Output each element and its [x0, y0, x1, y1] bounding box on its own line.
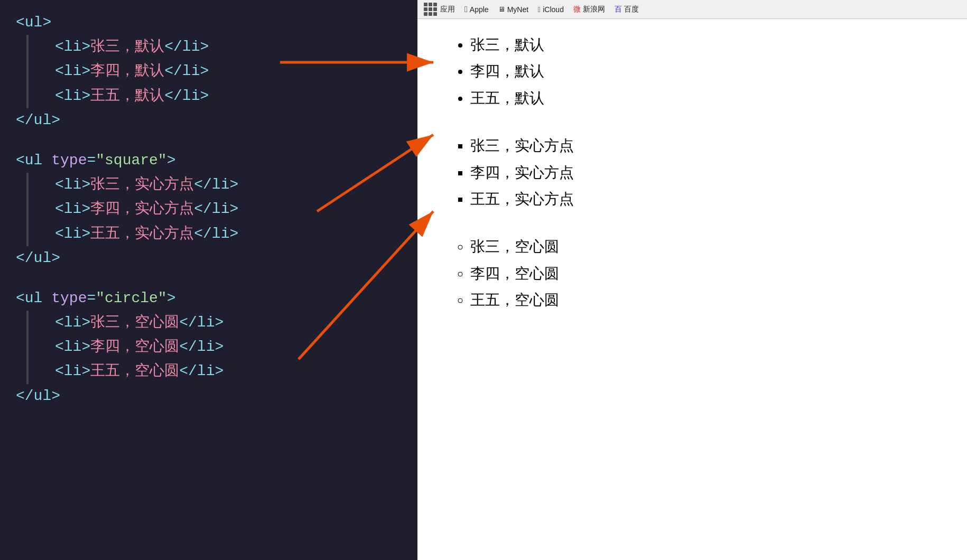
apps-label: 应用 — [440, 5, 455, 14]
weibo-label: 新浪网 — [583, 5, 605, 14]
preview-list-square: 张三，实心方点 李四，实心方点 王五，实心方点 — [449, 133, 935, 212]
list-item: 王五，空心圆 — [470, 287, 935, 313]
li-2-3: <li>王五，实心方点</li> — [55, 222, 238, 246]
mynet-menu[interactable]: 🖥 MyNet — [498, 5, 528, 14]
ul-open-tag-2: <ul type="square"> — [16, 148, 402, 173]
apps-menu[interactable]: 应用 — [424, 3, 455, 16]
baidu-label: 百度 — [624, 5, 639, 14]
menubar: 应用  Apple 🖥 MyNet  iCloud 微 新浪网 百 百度 — [417, 0, 967, 19]
ul-close-tag-3: </ul> — [16, 384, 402, 408]
indent-items-3: <li>张三，空心圆</li> <li>李四，空心圆</li> <li>王五，空… — [29, 311, 224, 384]
apps-grid-icon — [424, 3, 437, 16]
li-1-2: <li>李四，默认</li> — [55, 59, 209, 83]
mynet-icon: 🖥 — [498, 5, 505, 13]
li-3-1: <li>张三，空心圆</li> — [55, 311, 224, 335]
list-item: 王五，默认 — [470, 85, 935, 111]
list-item: 王五，实心方点 — [470, 186, 935, 212]
baidu-icon: 百 — [615, 5, 622, 14]
indent-block-2: <li>张三，实心方点</li> <li>李四，实心方点</li> <li>王五… — [16, 173, 402, 246]
icloud-label: iCloud — [543, 5, 564, 14]
indent-items-1: <li>张三，默认</li> <li>李四，默认</li> <li>王五，默认<… — [29, 35, 209, 108]
indent-items-2: <li>张三，实心方点</li> <li>李四，实心方点</li> <li>王五… — [29, 173, 238, 246]
preview-list-disc: 张三，默认 李四，默认 王五，默认 — [449, 32, 935, 111]
list-item: 李四，实心方点 — [470, 160, 935, 186]
list-item: 李四，默认 — [470, 58, 935, 85]
baidu-menu[interactable]: 百 百度 — [615, 5, 639, 14]
list-item: 张三，空心圆 — [470, 234, 935, 260]
li-3-2: <li>李四，空心圆</li> — [55, 335, 224, 359]
weibo-menu[interactable]: 微 新浪网 — [573, 5, 605, 14]
main-container: <ul> <li>张三，默认</li> <li>李四，默认</li> <li>王… — [0, 0, 967, 560]
li-1-1: <li>张三，默认</li> — [55, 35, 209, 59]
mynet-label: MyNet — [507, 5, 528, 14]
preview-square-section: 张三，实心方点 李四，实心方点 王五，实心方点 — [449, 133, 935, 212]
preview-list-circle: 张三，空心圆 李四，空心圆 王五，空心圆 — [449, 234, 935, 313]
preview-circle-section: 张三，空心圆 李四，空心圆 王五，空心圆 — [449, 234, 935, 313]
indent-block-3: <li>张三，空心圆</li> <li>李四，空心圆</li> <li>王五，空… — [16, 311, 402, 384]
code-block-1: <ul> <li>张三，默认</li> <li>李四，默认</li> <li>王… — [16, 11, 402, 133]
code-content: <ul> <li>张三，默认</li> <li>李四，默认</li> <li>王… — [16, 11, 402, 408]
apple-logo-icon:  — [464, 5, 468, 14]
apple-label: Apple — [470, 5, 489, 14]
icloud-icon:  — [538, 5, 541, 14]
code-panel: <ul> <li>张三，默认</li> <li>李四，默认</li> <li>王… — [0, 0, 417, 560]
li-2-1: <li>张三，实心方点</li> — [55, 173, 238, 197]
preview-panel: 张三，默认 李四，默认 王五，默认 张三，实心方点 李四，实心方点 王五，实心方… — [417, 0, 967, 560]
code-block-3: <ul type="circle"> <li>张三，空心圆</li> <li>李… — [16, 286, 402, 408]
apple-menu[interactable]:  Apple — [464, 5, 489, 14]
li-1-3: <li>王五，默认</li> — [55, 84, 209, 108]
list-item: 张三，默认 — [470, 32, 935, 58]
li-3-3: <li>王五，空心圆</li> — [55, 359, 224, 384]
ul-open-tag-1: <ul> — [16, 11, 402, 35]
icloud-menu[interactable]:  iCloud — [538, 5, 564, 14]
li-2-2: <li>李四，实心方点</li> — [55, 197, 238, 221]
ul-close-tag-2: </ul> — [16, 246, 402, 270]
ul-close-tag-1: </ul> — [16, 108, 402, 133]
list-item: 李四，空心圆 — [470, 260, 935, 287]
indent-block-1: <li>张三，默认</li> <li>李四，默认</li> <li>王五，默认<… — [16, 35, 402, 108]
preview-disc-section: 张三，默认 李四，默认 王五，默认 — [449, 32, 935, 111]
list-item: 张三，实心方点 — [470, 133, 935, 159]
weibo-icon: 微 — [573, 5, 581, 14]
ul-open-tag-3: <ul type="circle"> — [16, 286, 402, 311]
code-block-2: <ul type="square"> <li>张三，实心方点</li> <li>… — [16, 148, 402, 270]
